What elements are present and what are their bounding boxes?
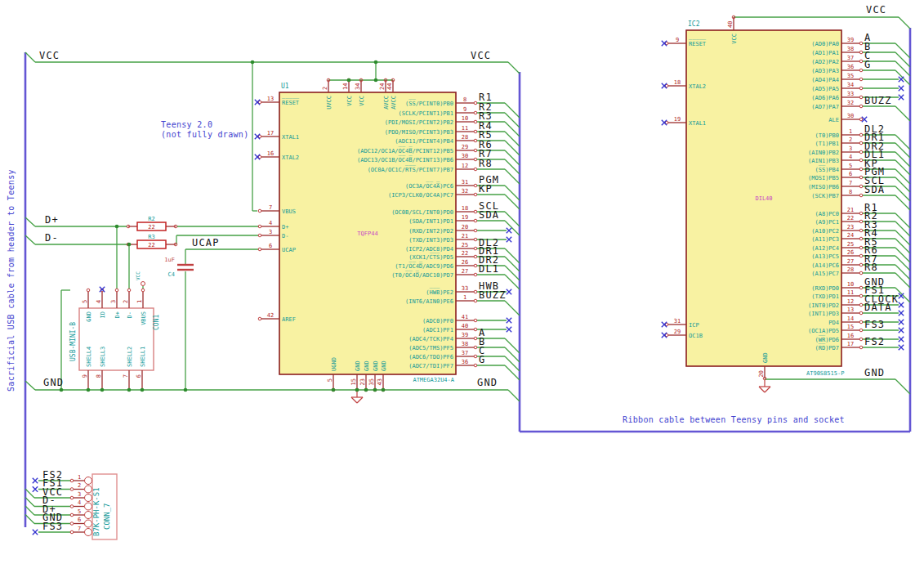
pin-name: (A10)PC2 [811,228,839,235]
wire [505,186,520,200]
wire [505,338,520,353]
header-pin-socket [85,495,92,502]
pin-number: 20 [462,224,468,231]
pin-number: 18 [462,205,468,212]
wire [895,213,910,228]
pin-name: (W̅R̅)PD6 [815,335,839,342]
pin-number: 26 [462,259,468,266]
pin-name: (ADC4/TCK)PF4 [408,336,453,342]
note-teensy-line2: (not fully drawn) [161,130,248,139]
net-label: SDA [479,209,499,221]
resistor-ref: R3 [148,234,154,240]
pin-number: 18 [674,79,681,86]
pin-number: 37 [847,55,854,61]
pin-end [141,289,145,292]
pin-number: 3 [110,300,117,303]
pin-number: 36 [462,359,468,365]
pin-number: 6 [849,171,852,177]
pin-name: D- [282,233,288,239]
pin-end [115,289,118,292]
pin-number: 3 [269,229,272,235]
pin-number: 32 [847,100,854,106]
pin-name: SHELL3 [100,347,106,367]
net-label: R8 [479,158,493,169]
wire [895,222,910,236]
pin-name: D+ [114,311,121,318]
pin-number: 39 [462,332,468,338]
pin-end [859,105,863,108]
pin-number: 29 [462,144,468,150]
pin-name: (ADC7/TDI)PF7 [408,363,453,369]
pin-name: (TXD/INT3)PD3 [408,237,453,244]
pin-name: VCC [346,96,353,106]
pin-name: (ADC1)PF1 [422,327,453,333]
net-label: VCC [39,50,60,61]
pin-end [859,60,863,63]
pin-name: (OC3A/O̅C̅4̅A̅)PC6 [405,181,453,189]
net-label: BUZZ [864,95,892,106]
wire [25,498,34,507]
pin-number: 16 [267,150,274,157]
pin-name: SHELL2 [127,347,133,367]
wire [505,301,520,316]
pin-name: (A15)PC7 [811,271,839,277]
pin-number: 7 [78,526,81,532]
pin-name: (MOSI)PB5 [808,175,839,181]
wire-junction [347,78,351,83]
pin-name: (OC0A/OC1C/R̅T̅S̅/PCINT7)PB7 [368,165,453,172]
pin-number: 34 [847,82,854,88]
pin-end [859,346,863,349]
wire [505,248,520,263]
pin-end [859,320,863,324]
pin-number: 35 [847,73,854,79]
pin-name: (ADC0)PF0 [422,318,453,325]
pin-name: (RXD/INT2)PD2 [408,228,453,235]
pin-end [859,338,863,341]
pin-number: 40 [727,21,734,28]
resistor-ref: R2 [148,216,154,222]
pin-number: 17 [267,130,274,137]
ic-ref: U1 [281,83,289,90]
pin-end [859,150,863,154]
pin-end [474,210,477,213]
net-label: G [479,354,485,365]
pin-name: (ICP2/ADC8)PD4 [405,246,453,253]
pin-name: (SCLK/PCINT1)PB1 [399,110,453,117]
pin-name: (H̅W̅B̅)PE2 [426,288,453,295]
pin-number: 13 [267,96,274,102]
pin-end [474,238,477,241]
pin-number: 9 [463,106,466,113]
ic-footprint: DIL40 [755,195,772,202]
pin-number: 27 [847,258,854,265]
pin-name: (AIN0)PB2 [808,150,839,156]
pin-number: 43 [377,378,383,385]
pin-end [474,273,477,276]
pin-name: R̅E̅S̅E̅T̅ [282,98,300,105]
pin-name: (ADC6/TDO)PF6 [408,354,453,360]
pin-name: (A11)PC3 [811,236,839,243]
pin-end [859,212,863,215]
pin-number: 31 [674,318,681,325]
net-label: GND [864,367,885,378]
pin-end [70,488,74,491]
header-pin-socket [85,520,92,527]
net-label: DATA [864,302,892,313]
pin-name: (AD7)PA7 [811,104,839,110]
pin-number: 16 [847,333,854,339]
ic-value: ATMEGA32U4-A [413,377,454,383]
pin-name: ALE [828,117,839,123]
pin-name: (A14)PC6 [811,262,839,269]
wire [895,177,910,192]
net-label: FS3 [42,521,63,532]
pin-number: 24 [379,83,386,90]
pin-name: XTAL1 [282,134,299,141]
wire [895,379,910,394]
pin-end [258,248,261,251]
net-label: DL1 [479,263,499,275]
pin-end [474,139,477,142]
pin-number: 11 [462,125,468,132]
wire-junction [141,388,145,392]
pin-name: (AD2)PA2 [811,59,839,65]
pin-end [474,290,477,293]
header-pin-socket [85,512,92,519]
